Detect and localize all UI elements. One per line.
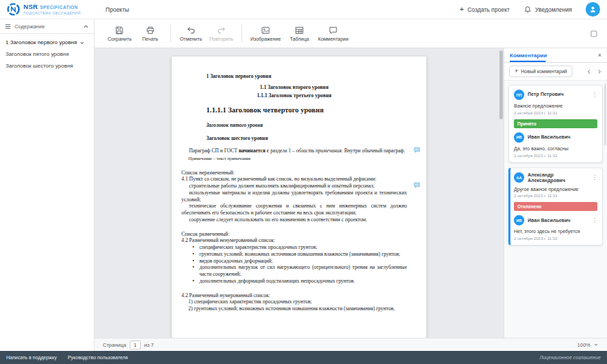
- brand-type: SPECIFICATION: [40, 6, 78, 10]
- support-link[interactable]: Написать в поддержку: [6, 355, 57, 360]
- comment-menu-icon[interactable]: ⋮: [592, 175, 597, 181]
- toc-item-level6[interactable]: Заголовок шестого уровня: [0, 60, 94, 72]
- reply-text: Да, это важно, согласны: [514, 146, 597, 152]
- save-icon: [115, 26, 124, 35]
- doc-list-item: сооружение следует использовать по его н…: [181, 216, 407, 223]
- doc-list-label: Список неразмеченный:: [181, 170, 407, 176]
- create-project-button[interactable]: + Создать проект: [459, 6, 510, 13]
- chevron-down-icon: [593, 342, 599, 347]
- doc-note: Примечание – текст примечания: [181, 156, 407, 161]
- image-icon: [261, 26, 270, 35]
- user-avatar[interactable]: [586, 2, 600, 17]
- avatar: ИВ: [514, 215, 524, 225]
- plus-icon: +: [515, 68, 518, 74]
- new-comment-button[interactable]: + Новый комментарий: [509, 65, 573, 77]
- avatar: АА: [514, 172, 524, 183]
- nav-projects[interactable]: Проекты: [106, 6, 129, 13]
- app-logo[interactable]: NSR SPECIFICATION ПОДСИСТЕМА ОБСУЖДЕНИЙ: [7, 3, 81, 16]
- toc-item-level1[interactable]: 1 Заголовок первого уровня: [0, 37, 94, 48]
- doc-list-label: Список размеченный:: [181, 231, 407, 238]
- print-button[interactable]: Печать: [135, 23, 166, 43]
- zoom-control[interactable]: 100%: [577, 342, 599, 348]
- doc-paragraph: Параграф СП и ГОСТ начинается с раздела …: [181, 148, 407, 154]
- zoom-value: 100%: [577, 342, 590, 348]
- brand-name: NSR: [23, 3, 38, 10]
- toolbar-divider: [241, 25, 242, 43]
- comment-thread-card[interactable]: ПП Петр Петрович ⋮ Важное предложение 2 …: [508, 85, 603, 163]
- comment-icon: [328, 26, 338, 35]
- reply-date: 2 октября 2023 г. 11:32: [514, 236, 597, 241]
- prev-comment-button[interactable]: [586, 69, 592, 74]
- toc-sidebar: Содержание 1 Заголовок первого уровня За…: [0, 19, 94, 351]
- doc-heading-2: 1.1 Заголовок второго уровня: [181, 84, 407, 91]
- plus-icon: +: [459, 6, 464, 13]
- status-badge: Отклонено: [514, 202, 597, 211]
- brand-subtitle: ПОДСИСТЕМА ОБСУЖДЕНИЙ: [23, 12, 81, 15]
- reply-date: 2 октября 2023 г. 11:32: [514, 154, 597, 158]
- avatar: ИВ: [514, 132, 524, 143]
- document-canvas: 1 Заголовок первого уровня 1.1 Заголовок…: [94, 48, 504, 338]
- status-badge: Принято: [514, 119, 597, 128]
- toolbar-divider: [170, 25, 171, 43]
- toc-item-level5[interactable]: Заголовок пятого уровня: [0, 48, 94, 60]
- doc-heading-3: 1.1.1 Заголовок третьего уровня: [181, 92, 407, 99]
- comment-text: Другое важное предложение: [514, 187, 597, 193]
- close-panel-icon[interactable]: ×: [598, 52, 601, 59]
- page-total: из 7: [144, 342, 154, 348]
- doc-bullet-item: дополнительных нагрузок от сил нагружающ…: [181, 264, 407, 278]
- collapse-sidebar-button[interactable]: [83, 23, 89, 30]
- doc-list-item: строительные работы должен выполнять ква…: [181, 183, 407, 190]
- comment-author: Петр Петрович: [528, 92, 588, 97]
- insert-table-button[interactable]: Таблица: [284, 23, 315, 43]
- notifications-button[interactable]: Уведомления: [524, 6, 572, 14]
- print-icon: [146, 26, 155, 35]
- doc-list-intro: 4.2 Размеченный ненумерованный список:: [181, 237, 407, 244]
- doc-bullet-item: грунтовых условий; возможных источников …: [181, 251, 407, 258]
- toc-header: Содержание: [0, 19, 94, 34]
- license-link[interactable]: Лицензионное соглашение: [539, 355, 601, 360]
- redo-icon: [217, 26, 226, 35]
- doc-bullet-item: специфических характеристик просадочных …: [181, 244, 407, 251]
- comments-panel: Комментарии × + Новый комментарий ПП Пет…: [504, 48, 607, 338]
- comments-panel-title: Комментарии: [510, 52, 547, 59]
- comment-thread-card[interactable]: АА Александр Александрович ⋮ Другое важн…: [508, 168, 603, 246]
- reply-text: Нет, этого здесь не требуется: [514, 229, 597, 235]
- statusbar: Страница из 7 100%: [94, 338, 607, 351]
- manual-link[interactable]: Руководство пользователя: [68, 355, 128, 360]
- app-footer: Написать в поддержку Руководство пользов…: [0, 351, 607, 364]
- page-label: Страница: [103, 342, 126, 348]
- panel-toggle-button[interactable]: [590, 30, 603, 37]
- insert-image-button[interactable]: Изображение: [247, 23, 284, 43]
- redo-button: Повторить: [206, 23, 237, 43]
- avatar: ПП: [514, 90, 524, 100]
- comment-author: Александр Александрович: [528, 172, 588, 183]
- doc-heading-6: Заголовок шестого уровня: [181, 135, 407, 142]
- reply-author: Иван Васильевич: [528, 134, 597, 140]
- comment-date: 2 октября 2023 г. 11:31: [514, 194, 597, 198]
- comment-marker-icon[interactable]: [414, 182, 420, 188]
- comments-button[interactable]: Комментарии: [315, 23, 352, 43]
- comment-menu-icon[interactable]: ⋮: [592, 92, 597, 98]
- doc-list-intro: 4.2 Размеченный нумерованный список:: [181, 292, 407, 299]
- doc-bullet-item: дополнительных деформаций подстилающих н…: [181, 278, 407, 285]
- document-scrollbar[interactable]: [499, 50, 503, 119]
- doc-list-intro: 4.1 Пункт со списком, не размеченный как…: [181, 176, 407, 183]
- doc-list-item: техническое обслуживание сооружения и св…: [181, 203, 407, 216]
- page-number-input[interactable]: [130, 341, 141, 350]
- undo-button[interactable]: Отменить: [176, 23, 206, 43]
- comment-text: Важное предложение: [514, 103, 597, 110]
- comment-date: 2 октября 2023 г. 11:31: [514, 111, 597, 115]
- doc-bullet-item: видов просадочных деформаций;: [181, 258, 407, 265]
- next-comment-button[interactable]: [597, 69, 602, 74]
- save-button[interactable]: Сохранить: [104, 23, 135, 43]
- comment-marker-icon[interactable]: [414, 147, 420, 153]
- comment-menu-icon[interactable]: ⋮: [592, 218, 597, 223]
- document-page[interactable]: 1 Заголовок первого уровня 1.1 Заголовок…: [172, 57, 426, 338]
- comments-scrollbar[interactable]: [604, 83, 606, 145]
- doc-heading-1: 1 Заголовок первого уровня: [181, 73, 407, 80]
- doc-numbered-item: 2) грунтовых условий; возможных источник…: [181, 305, 407, 312]
- doc-heading-4: 1.1.1.1 Заголовок четвертого уровня: [181, 105, 407, 115]
- doc-heading-5: Заголовок пятого уровня: [181, 122, 407, 129]
- person-icon: [588, 5, 597, 14]
- editor-toolbar: Сохранить Печать Отменить Повтор: [94, 19, 607, 48]
